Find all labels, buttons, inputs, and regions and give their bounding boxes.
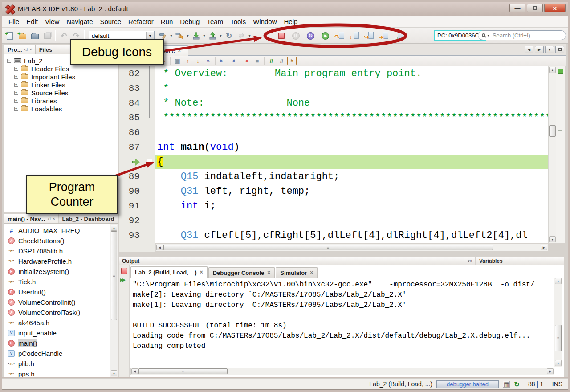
scrollbar-thumb[interactable]: ≡	[138, 368, 228, 374]
close-tab-icon[interactable]: ×	[200, 270, 203, 275]
new-file-button[interactable]: +	[4, 30, 16, 41]
stop-build-icon[interactable]	[121, 268, 127, 274]
menu-navigate[interactable]: Navigate	[63, 16, 96, 27]
toggle-highlight-search-icon[interactable]: ▣	[173, 57, 182, 65]
menu-debug[interactable]: Debug	[176, 16, 203, 27]
output-tab-lab-2-build-load[interactable]: Lab_2 (Build, Load, ...)×	[130, 266, 208, 278]
tab-navigator[interactable]: main() - Nav... ◁ ×	[4, 214, 58, 223]
make-and-program-device-button[interactable]	[190, 30, 202, 41]
expand-icon[interactable]: +	[14, 83, 18, 87]
shift-line-left-icon[interactable]: ⇤	[218, 57, 227, 65]
set-pc-at-cursor-button[interactable]: ⇥	[378, 30, 390, 41]
scrollbar-thumb[interactable]: ≡	[111, 231, 117, 320]
output-vertical-scrollbar[interactable]: ▲ ≡ ▼	[554, 278, 562, 367]
tab-files[interactable]: Files	[36, 45, 56, 54]
scroll-down-icon[interactable]: ▼	[549, 236, 556, 242]
scroll-up-icon[interactable]: ▲	[555, 278, 562, 284]
menu-tools[interactable]: Tools	[227, 16, 249, 27]
menu-run[interactable]: Run	[157, 16, 177, 27]
output-tab-simulator[interactable]: Simulator×	[276, 267, 318, 278]
maximize-editor-icon[interactable]	[555, 46, 564, 53]
toggle-header-source-icon[interactable]: h	[287, 57, 297, 65]
navigator-item-audio-max-freq[interactable]: #AUDIO_MAX_FREQ	[4, 225, 110, 236]
stop-macro-recording-icon[interactable]: ■	[252, 57, 262, 65]
dropdown-arrow-icon[interactable]: ▾	[248, 34, 252, 38]
rerun-icon[interactable]: ▶▶	[120, 278, 125, 282]
tab-list-dropdown-icon[interactable]: ▼	[545, 46, 554, 53]
restore-button[interactable]	[527, 4, 543, 12]
expand-icon[interactable]: +	[14, 75, 18, 79]
shift-line-right-icon[interactable]: ⇥	[228, 57, 237, 65]
pause-button[interactable]	[290, 30, 301, 41]
tree-item-linker-files[interactable]: +Linker Files	[4, 81, 118, 89]
collapse-icon[interactable]: −	[7, 59, 11, 63]
navigator-item-ak4645a-h[interactable]: "h"ak4645a.h	[4, 318, 110, 328]
scroll-right-icon[interactable]: ▶	[547, 368, 554, 374]
tab-projects[interactable]: Pro... ◁ ×	[4, 45, 36, 54]
menu-window[interactable]: Window	[249, 16, 280, 27]
refresh-debug-tool-button[interactable]: ↻	[223, 30, 235, 41]
menu-source[interactable]: Source	[96, 16, 125, 27]
editor-vertical-scrollbar[interactable]: ▲ ▼	[548, 66, 556, 243]
navigator-item-initializesystem[interactable]: FInitializeSystem()	[4, 266, 110, 277]
navigator-item-pcodechandle[interactable]: VpCodecHandle	[4, 348, 110, 359]
search-input[interactable]	[492, 32, 570, 39]
dropdown-arrow-icon[interactable]: ▾	[219, 34, 223, 38]
dropdown-arrow-icon[interactable]: ▾	[169, 34, 173, 38]
scroll-up-icon[interactable]: ▲	[549, 67, 556, 73]
scroll-left-icon[interactable]: ◀	[131, 368, 138, 374]
expand-icon[interactable]: +	[14, 91, 18, 95]
close-panel-icon[interactable]: ×	[29, 47, 32, 52]
minimize-panel-icon[interactable]: ◁	[24, 47, 28, 52]
close-tab-icon[interactable]: ×	[178, 48, 181, 53]
navigator-item-dsp17085lib-h[interactable]: "h"DSP17085lib.h	[4, 246, 110, 256]
scroll-down-icon[interactable]: ▼	[555, 360, 562, 366]
navigator-item-userinit[interactable]: FUserInit()	[4, 287, 110, 297]
save-all-button[interactable]	[41, 30, 53, 41]
navigator-item-tick-h[interactable]: "h"Tick.h	[4, 277, 110, 287]
navigator-item-hardwareprofile-h[interactable]: "h"HardwareProfile.h	[4, 256, 110, 266]
expand-icon[interactable]: +	[14, 67, 18, 71]
refresh-status-icon[interactable]: ↻	[514, 381, 520, 388]
menu-help[interactable]: Help	[281, 16, 301, 27]
menu-file[interactable]: File	[5, 16, 23, 27]
navigator-item-input-enable[interactable]: Vinput_enable	[4, 328, 110, 338]
navigator-item-volumecontrolinit[interactable]: ↗VolumeControlInit()	[4, 297, 110, 307]
navigator-item-main[interactable]: Fmain()	[4, 338, 110, 348]
navigator-item-checkbuttons[interactable]: ↗CheckButtons()	[4, 236, 110, 246]
menu-team[interactable]: Team	[203, 16, 227, 27]
step-over-button[interactable]: ↷	[334, 30, 346, 41]
undo-button[interactable]: ↶	[58, 30, 69, 41]
uncomment-icon[interactable]: //	[277, 57, 286, 65]
collapse-fold-icon[interactable]	[147, 159, 152, 165]
scroll-right-icon[interactable]: ▶	[541, 245, 547, 250]
search-dropdown-icon[interactable]: ▼	[487, 34, 490, 37]
code-editor[interactable]: * Overview: Main program entry point. * …	[155, 66, 548, 243]
scrollbar-thumb[interactable]: ≡	[163, 245, 493, 250]
close-tab-icon[interactable]: ×	[267, 270, 270, 275]
navigator-item-pps-h[interactable]: "h"pps.h	[4, 369, 110, 377]
menu-edit[interactable]: Edit	[23, 16, 41, 27]
next-occurrence-icon[interactable]: ↓	[193, 57, 203, 65]
tree-item-loadables[interactable]: +Loadables	[4, 105, 118, 113]
scroll-tabs-left-icon[interactable]: ◀	[525, 46, 533, 53]
focus-cursor-at-pc-button[interactable]: →	[393, 30, 404, 41]
step-into-button[interactable]: ↓	[349, 30, 360, 41]
clean-and-build-button[interactable]	[174, 30, 185, 41]
close-button[interactable]: ×	[544, 4, 566, 12]
expand-icon[interactable]: +	[14, 99, 18, 103]
run-to-cursor-button[interactable]: ↪	[363, 30, 375, 41]
dropdown-arrow-icon[interactable]: ▾	[202, 34, 206, 38]
comment-icon[interactable]: //	[267, 57, 276, 65]
next-bookmark-icon[interactable]: »	[204, 57, 213, 65]
reset-button[interactable]: ↻	[305, 30, 316, 41]
navigator-scrollbar[interactable]: ▲ ≡ ▼	[110, 224, 118, 377]
memory-view-icon[interactable]: ▦	[503, 381, 510, 388]
editor-horizontal-scrollbar[interactable]: ◀ ≡ ▶	[155, 244, 548, 251]
scroll-down-icon[interactable]: ▼	[111, 370, 117, 376]
output-tab-debugger-console[interactable]: Debugger Console×	[208, 267, 275, 278]
compare-memory-button[interactable]: ⇄	[236, 30, 247, 41]
close-tab-icon[interactable]: ×	[310, 270, 313, 275]
continue-button[interactable]: ▶	[319, 30, 331, 41]
minimize-button[interactable]: —	[509, 4, 525, 12]
